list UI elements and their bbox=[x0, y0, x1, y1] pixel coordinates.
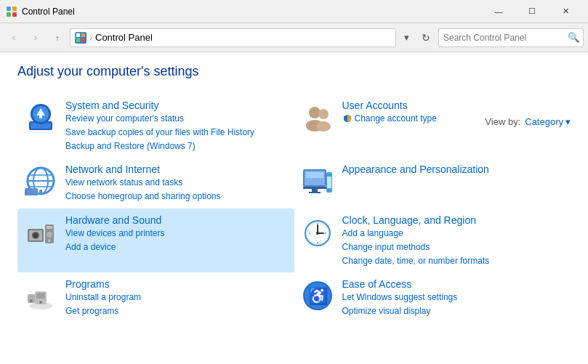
category-title-appearance[interactable]: Appearance and Personalization bbox=[342, 163, 489, 175]
category-content-ease-of-access: Ease of AccessLet Windows suggest settin… bbox=[342, 278, 458, 318]
window-controls: — ☐ ✕ bbox=[482, 0, 582, 23]
refresh-button[interactable]: ↻ bbox=[416, 28, 435, 47]
category-item-programs: ProgramsUninstall a programGet programs bbox=[17, 272, 294, 323]
category-link-ease-of-access-1[interactable]: Optimize visual display bbox=[342, 305, 458, 318]
svg-rect-1 bbox=[12, 7, 17, 11]
category-content-appearance: Appearance and Personalization bbox=[342, 163, 489, 175]
svg-point-40 bbox=[48, 239, 51, 242]
svg-rect-24 bbox=[39, 190, 42, 194]
window-title: Control Panel bbox=[22, 7, 482, 17]
category-content-user-accounts: User Accounts Change account type bbox=[342, 100, 437, 125]
search-input[interactable] bbox=[439, 33, 564, 43]
category-link-hardware-sound-0[interactable]: View devices and printers bbox=[65, 227, 165, 240]
category-title-programs[interactable]: Programs bbox=[65, 278, 141, 290]
appearance-icon bbox=[300, 163, 335, 198]
svg-rect-3 bbox=[12, 12, 17, 17]
svg-rect-30 bbox=[309, 192, 321, 193]
svg-point-39 bbox=[47, 232, 52, 238]
up-button[interactable]: ↑ bbox=[48, 28, 67, 47]
forward-button[interactable]: › bbox=[26, 28, 45, 47]
svg-point-46 bbox=[316, 232, 319, 235]
category-content-network-internet: Network and InternetView network status … bbox=[65, 163, 220, 203]
svg-rect-5 bbox=[81, 33, 85, 37]
category-title-hardware-sound[interactable]: Hardware and Sound bbox=[65, 214, 165, 226]
search-box[interactable]: 🔍 bbox=[438, 28, 584, 47]
content-area: Adjust your computer's settings View by:… bbox=[0, 52, 588, 335]
category-title-system-security[interactable]: System and Security bbox=[65, 100, 254, 111]
address-text: Control Panel bbox=[95, 32, 391, 43]
back-button[interactable]: ‹ bbox=[4, 28, 23, 47]
svg-rect-2 bbox=[7, 12, 11, 17]
address-bar-icon bbox=[75, 32, 86, 44]
svg-rect-6 bbox=[76, 39, 80, 42]
category-title-user-accounts[interactable]: User Accounts bbox=[342, 100, 437, 111]
view-by: View by: Category ▾ bbox=[485, 116, 571, 127]
address-bar: ‹ › ↑ › Control Panel ▾ ↻ 🔍 bbox=[0, 23, 588, 52]
svg-point-17 bbox=[316, 121, 331, 132]
category-link-system-security-2[interactable]: Backup and Restore (Windows 7) bbox=[65, 140, 254, 153]
category-link-ease-of-access-0[interactable]: Let Windows suggest settings bbox=[342, 291, 458, 304]
shield-icon bbox=[342, 113, 353, 124]
titlebar-icon bbox=[6, 6, 17, 17]
category-link-programs-0[interactable]: Uninstall a program bbox=[65, 291, 141, 304]
category-link-clock-1[interactable]: Change input methods bbox=[342, 241, 490, 254]
minimize-button[interactable]: — bbox=[482, 0, 515, 23]
svg-rect-13 bbox=[39, 114, 42, 118]
svg-rect-38 bbox=[47, 226, 52, 229]
hardware-sound-icon bbox=[23, 214, 58, 249]
category-item-system-security: System and SecurityReview your computer'… bbox=[17, 94, 294, 158]
svg-rect-32 bbox=[327, 177, 331, 188]
view-by-label: View by: bbox=[485, 116, 520, 127]
svg-rect-7 bbox=[81, 39, 85, 42]
category-content-system-security: System and SecurityReview your computer'… bbox=[65, 100, 254, 152]
address-separator: › bbox=[89, 33, 92, 43]
category-link-user-accounts-0[interactable]: Change account type bbox=[342, 113, 437, 125]
view-by-dropdown[interactable]: Category ▾ bbox=[525, 116, 571, 127]
svg-point-36 bbox=[33, 233, 38, 238]
category-link-network-internet-1[interactable]: Choose homegroup and sharing options bbox=[65, 190, 220, 203]
category-item-appearance: Appearance and Personalization bbox=[294, 158, 571, 209]
category-content-clock: Clock, Language, and RegionAdd a languag… bbox=[342, 214, 490, 267]
maximize-button[interactable]: ☐ bbox=[515, 0, 549, 23]
category-link-system-security-1[interactable]: Save backup copies of your files with Fi… bbox=[65, 126, 254, 139]
category-link-clock-2[interactable]: Change date, time, or number formats bbox=[342, 255, 490, 267]
search-button[interactable]: 🔍 bbox=[564, 28, 583, 47]
system-security-icon bbox=[23, 100, 58, 134]
category-link-network-internet-0[interactable]: View network status and tasks bbox=[65, 177, 220, 189]
clock-icon bbox=[300, 214, 335, 249]
category-item-hardware-sound: Hardware and SoundView devices and print… bbox=[17, 209, 294, 272]
category-content-programs: ProgramsUninstall a programGet programs bbox=[65, 278, 141, 318]
svg-rect-28 bbox=[303, 187, 326, 189]
svg-text:♿: ♿ bbox=[307, 286, 328, 306]
svg-point-54 bbox=[39, 301, 42, 304]
category-title-ease-of-access[interactable]: Ease of Access bbox=[342, 278, 458, 290]
category-link-system-security-0[interactable]: Review your computer's status bbox=[65, 113, 254, 125]
category-item-ease-of-access: ♿ Ease of AccessLet Windows suggest sett… bbox=[294, 272, 571, 323]
address-field[interactable]: › Control Panel bbox=[70, 28, 396, 47]
svg-rect-27 bbox=[306, 172, 323, 178]
category-item-network-internet: Network and InternetView network status … bbox=[17, 158, 294, 209]
svg-rect-53 bbox=[36, 293, 45, 299]
category-link-programs-1[interactable]: Get programs bbox=[65, 305, 141, 318]
user-accounts-icon bbox=[300, 100, 335, 134]
svg-rect-0 bbox=[7, 7, 11, 11]
svg-rect-23 bbox=[25, 188, 38, 195]
svg-rect-4 bbox=[76, 33, 80, 37]
category-title-network-internet[interactable]: Network and Internet bbox=[65, 163, 220, 175]
close-button[interactable]: ✕ bbox=[549, 0, 582, 23]
svg-point-16 bbox=[318, 109, 329, 119]
svg-rect-29 bbox=[312, 189, 318, 192]
title-bar: Control Panel — ☐ ✕ bbox=[0, 0, 588, 23]
category-content-hardware-sound: Hardware and SoundView devices and print… bbox=[65, 214, 165, 254]
programs-icon bbox=[23, 278, 58, 313]
page-heading: Adjust your computer's settings bbox=[17, 64, 571, 79]
network-internet-icon bbox=[23, 163, 58, 198]
category-item-clock: Clock, Language, and RegionAdd a languag… bbox=[294, 209, 571, 272]
ease-of-access-icon: ♿ bbox=[300, 278, 335, 313]
svg-point-56 bbox=[30, 299, 33, 302]
category-title-clock[interactable]: Clock, Language, and Region bbox=[342, 214, 490, 226]
address-dropdown-button[interactable]: ▾ bbox=[399, 28, 414, 47]
category-link-clock-0[interactable]: Add a language bbox=[342, 227, 490, 240]
category-link-hardware-sound-1[interactable]: Add a device bbox=[65, 241, 165, 254]
categories-grid: System and SecurityReview your computer'… bbox=[17, 94, 571, 323]
